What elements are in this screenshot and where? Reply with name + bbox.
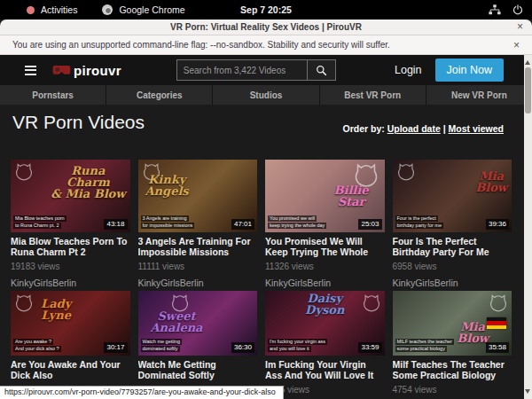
thumb-captions: Watch me getting dominated softly xyxy=(141,339,183,352)
video-studio[interactable]: KinkyGirlsBerlin xyxy=(11,278,130,288)
nav-item-studios[interactable]: Studios xyxy=(212,85,318,105)
video-views: 11111 views xyxy=(138,262,258,271)
video-card[interactable]: Lady Lyne Are you awake ? And your dick … xyxy=(11,291,130,399)
site-logo[interactable]: pirouvr xyxy=(52,63,121,78)
video-thumbnail[interactable]: Mia Blow Four is the perfect birthday pa… xyxy=(393,160,512,232)
video-studio[interactable]: KinkyGirlsBerlin xyxy=(265,278,385,288)
video-title[interactable]: Mia Blow Teaches Porn To Runa Charm Pt 2 xyxy=(11,236,130,257)
thumb-caption-line: birthday party for me xyxy=(395,223,443,229)
cat-mask-icon xyxy=(14,293,34,313)
login-link[interactable]: Login xyxy=(395,64,422,76)
thumb-captions: Mia Blow teaches porn to Runa Charm pt. … xyxy=(13,215,66,229)
video-views: 4754 views xyxy=(393,385,512,395)
video-card[interactable]: Mia Blow MILF teaches the teacher some p… xyxy=(393,291,512,399)
video-card[interactable]: Runa Charm & Mia Blow Mia Blow teaches p… xyxy=(11,160,130,288)
nav-item-categories[interactable]: Categories xyxy=(106,85,212,105)
thumb-caption-line: I'm fucking your virgin ass xyxy=(268,339,327,345)
thumb-captions: MILF teaches the teacher some practical … xyxy=(395,339,454,352)
video-thumbnail[interactable]: Daisy Dyson I'm fucking your virgin ass … xyxy=(265,291,385,356)
thumb-caption-line: Mia Blow teaches porn xyxy=(13,215,66,222)
performer-name-overlay: Lady Lyne xyxy=(41,298,71,321)
video-thumbnail[interactable]: Runa Charm & Mia Blow Mia Blow teaches p… xyxy=(11,160,130,232)
status-bar-url: https://pirouvr.com/vr-porn-video/779325… xyxy=(0,386,284,399)
power-icon[interactable] xyxy=(512,4,523,15)
video-studio[interactable]: KinkyGirlsBerlin xyxy=(138,278,258,288)
video-title[interactable]: Milf Teaches The Teacher Some Practical … xyxy=(393,359,512,380)
thumb-caption-line: dominated softly xyxy=(141,346,180,352)
thumb-caption-line: keep trying the whole day xyxy=(268,223,326,229)
thumb-caption-line: Four is the perfect xyxy=(395,215,438,222)
video-thumbnail[interactable]: Kinky Angels 3 Angels are training for i… xyxy=(138,160,258,232)
video-card[interactable]: Kinky Angels 3 Angels are training for i… xyxy=(138,160,258,288)
video-title[interactable]: You Promised We Will Keep Trying The Who… xyxy=(265,236,385,257)
window-close-icon[interactable]: × xyxy=(517,20,523,33)
german-flag-icon xyxy=(487,317,506,329)
video-card[interactable]: Sweet Analena Watch me getting dominated… xyxy=(138,291,258,399)
search-button[interactable] xyxy=(307,60,335,80)
video-card[interactable]: Daisy Dyson I'm fucking your virgin ass … xyxy=(265,291,385,399)
video-title[interactable]: Are You Awake And Your Dick Also xyxy=(11,359,130,380)
video-title[interactable]: Im Fucking Your Virgin Ass And You Will … xyxy=(265,359,385,380)
thumb-captions: Four is the perfect birthday party for m… xyxy=(395,215,443,229)
scrollbar-up-arrow-icon[interactable] xyxy=(525,58,530,65)
cat-mask-icon xyxy=(489,293,508,313)
duration-badge: 43:18 xyxy=(104,219,127,230)
cat-mask-icon xyxy=(14,162,34,182)
video-card[interactable]: Mia Blow Four is the perfect birthday pa… xyxy=(393,160,512,288)
network-icon[interactable] xyxy=(489,4,501,15)
video-studio[interactable]: KinkyGirlsBerlin xyxy=(393,278,512,288)
warning-message: You are using an unsupported command-lin… xyxy=(12,40,390,50)
sort-divider: | xyxy=(441,123,449,134)
menu-hamburger-icon[interactable] xyxy=(25,66,36,75)
order-by-label: Order by: xyxy=(343,123,385,134)
nav-item-best-vr-porn[interactable]: Best VR Porn xyxy=(319,85,426,105)
window-title-bar[interactable]: VR Porn: Virtual Reality Sex Videos | Pi… xyxy=(0,20,532,35)
site-header: pirouvr Login Join Now xyxy=(0,55,532,85)
sort-controls: Order by: Upload date | Most viewed xyxy=(343,123,505,134)
video-card[interactable]: Billie Star You promised we will keep tr… xyxy=(265,160,385,288)
thumb-caption-line: You promised we will xyxy=(268,215,317,222)
window-title: VR Porn: Virtual Reality Sex Videos | Pi… xyxy=(170,22,362,32)
duration-badge: 36:30 xyxy=(231,342,254,353)
nav-item-pornstars[interactable]: Pornstars xyxy=(0,85,106,105)
scrollbar[interactable] xyxy=(524,55,532,399)
gnome-top-bar: Activities Google Chrome Sep 7 20:25 xyxy=(0,0,532,20)
join-now-button[interactable]: Join Now xyxy=(435,59,504,82)
video-thumbnail[interactable]: Billie Star You promised we will keep tr… xyxy=(265,160,385,232)
sort-most-viewed-link[interactable]: Most viewed xyxy=(449,123,504,134)
thumb-caption-line: And your dick also ? xyxy=(13,346,61,352)
screen: Activities Google Chrome Sep 7 20:25 VR … xyxy=(0,0,532,399)
video-title[interactable]: Four Is The Perfect Birthday Party For M… xyxy=(393,236,512,257)
duration-badge: 33:59 xyxy=(358,342,381,353)
thumb-caption-line: Watch me getting xyxy=(141,339,183,345)
performer-name-overlay: Daisy Dyson xyxy=(265,293,385,316)
search-group xyxy=(176,59,336,81)
performer-name-overlay: Sweet Analena xyxy=(151,310,203,333)
performer-name-overlay: Billie Star xyxy=(333,184,368,207)
search-input[interactable] xyxy=(177,60,307,80)
thumb-caption-line: some practical biology xyxy=(395,346,447,352)
video-title[interactable]: 3 Angels Are Training For Impossible Mis… xyxy=(138,236,258,257)
thumb-caption-line: for impossible missions xyxy=(141,223,195,229)
clock[interactable]: Sep 7 20:25 xyxy=(0,4,532,15)
thumb-caption-line: and you will love it xyxy=(268,346,311,352)
video-thumbnail[interactable]: Lady Lyne Are you awake ? And your dick … xyxy=(11,291,130,356)
warning-close-icon[interactable]: × xyxy=(513,39,520,51)
video-views: 19183 views xyxy=(11,262,130,271)
site-logo-text: pirouvr xyxy=(74,63,121,78)
scrollbar-thumb[interactable] xyxy=(525,67,531,113)
cat-mask-icon xyxy=(396,162,416,182)
video-title[interactable]: Watch Me Getting Dominated Softly xyxy=(138,359,258,380)
scrollbar-down-arrow-icon[interactable] xyxy=(525,389,530,396)
thumb-caption-line: to Runa Charm pt. 2 xyxy=(13,223,61,229)
page-title: VR Porn Videos xyxy=(12,112,145,133)
video-grid-row-1: Runa Charm & Mia Blow Mia Blow teaches p… xyxy=(11,160,512,288)
duration-badge: 25:03 xyxy=(358,219,381,230)
sort-upload-date-link[interactable]: Upload date xyxy=(387,123,441,134)
video-grid-row-2: Lady Lyne Are you awake ? And your dick … xyxy=(11,291,512,399)
video-thumbnail[interactable]: Sweet Analena Watch me getting dominated… xyxy=(138,291,258,356)
thumb-captions: You promised we will keep trying the who… xyxy=(268,215,326,229)
nav-item-new-vr-porn[interactable]: New VR Porn xyxy=(426,85,532,105)
video-thumbnail[interactable]: Mia Blow MILF teaches the teacher some p… xyxy=(393,291,512,356)
duration-badge: 47:01 xyxy=(231,219,254,230)
